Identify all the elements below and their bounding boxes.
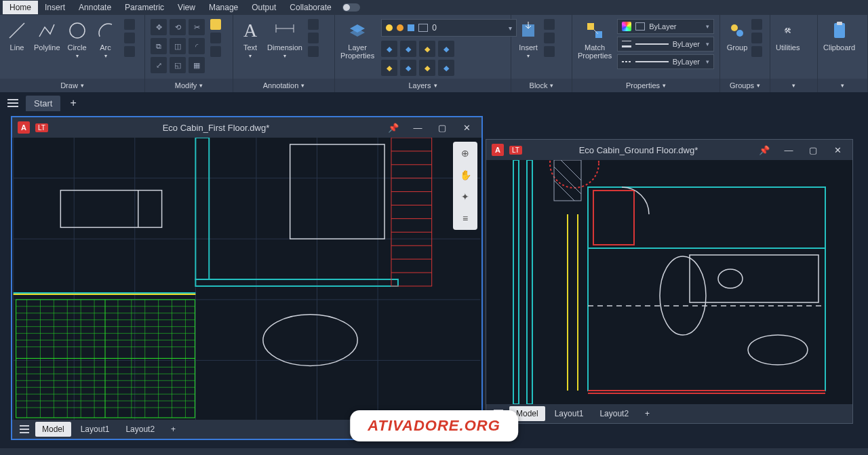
zoom-extents-icon[interactable]: ⊕	[456, 144, 474, 162]
layer-tool-8[interactable]: ◆	[438, 60, 454, 76]
layer-tool-4[interactable]: ◆	[438, 41, 454, 57]
svg-rect-72	[588, 187, 825, 391]
modify-rotate-icon[interactable]: ⟲	[170, 19, 186, 35]
window2-titlebar[interactable]: A LT Eco Cabin_Ground Floor.dwg* 📌 — ▢ ✕	[486, 140, 852, 160]
layer-tool-1[interactable]: ◆	[381, 41, 397, 57]
orbit-icon[interactable]: ✦	[456, 188, 474, 205]
layer-tool-3[interactable]: ◆	[419, 41, 435, 57]
svg-point-10	[736, 30, 743, 37]
panel-caption-draw[interactable]: Draw▾	[0, 79, 144, 92]
layer-tool-5[interactable]: ◆	[381, 60, 397, 76]
minimize-button[interactable]: —	[779, 145, 798, 155]
tool-line[interactable]: Line	[5, 19, 28, 52]
menu-parametric[interactable]: Parametric	[118, 1, 171, 14]
layout-1[interactable]: Layout1	[74, 422, 117, 437]
tool-text[interactable]: A Text▾	[239, 19, 262, 59]
modify-extra-2[interactable]	[210, 33, 221, 43]
groups-small-3[interactable]	[751, 46, 762, 57]
modify-extra-1[interactable]	[210, 19, 221, 30]
panel-caption-groups[interactable]: Groups▾	[720, 79, 770, 92]
tool-dimension[interactable]: Dimension▾	[267, 19, 302, 59]
panel-caption-clipboard[interactable]: ▾	[818, 79, 867, 92]
layer-tool-2[interactable]: ◆	[400, 41, 416, 57]
layout-menu-icon[interactable]	[16, 425, 33, 433]
clipboard-icon[interactable]	[828, 19, 851, 42]
layout-2[interactable]: Layout2	[593, 406, 635, 421]
modify-scale-icon[interactable]: ◱	[170, 57, 186, 73]
panel-caption-utilities[interactable]: ▾	[770, 79, 817, 92]
workspace: A LT Eco Cabin_First Floor.dwg* 📌 — ▢ ✕	[0, 113, 868, 448]
tab-start[interactable]: Start	[26, 96, 60, 111]
panel-caption-annotation[interactable]: Annotation▾	[233, 79, 334, 92]
tool-match-properties[interactable]: MatchProperties	[578, 19, 612, 60]
tool-arc[interactable]: Arc▾	[94, 19, 117, 59]
anno-small-2[interactable]	[308, 33, 319, 43]
close-button[interactable]: ✕	[828, 145, 847, 155]
utilities-icon[interactable]: 🛠	[776, 19, 800, 42]
minimize-button[interactable]: —	[408, 123, 427, 133]
nav-more-icon[interactable]: ≡	[456, 210, 474, 227]
menu-manage[interactable]: Manage	[202, 1, 245, 14]
groups-small-2[interactable]	[751, 33, 762, 43]
modify-move-icon[interactable]: ✥	[151, 19, 167, 35]
panel-caption-block[interactable]: Block▾	[511, 79, 572, 92]
panel-caption-properties[interactable]: Properties▾	[572, 79, 719, 92]
modify-copy-icon[interactable]: ⧉	[151, 38, 167, 54]
block-small-2[interactable]	[544, 33, 555, 43]
pin-icon[interactable]: 📌	[384, 123, 403, 133]
menu-insert[interactable]: Insert	[38, 1, 72, 14]
drawer-menu-icon[interactable]	[4, 96, 22, 111]
layout-add-button[interactable]: +	[164, 422, 182, 437]
menu-annotate[interactable]: Annotate	[72, 1, 118, 14]
layout-add-button[interactable]: +	[638, 406, 656, 421]
window2-canvas[interactable]	[486, 160, 852, 404]
layer-current-dropdown[interactable]: 0	[381, 19, 517, 37]
window2-title: Eco Cabin_Ground Floor.dwg*	[528, 145, 749, 155]
menu-view[interactable]: View	[171, 1, 202, 14]
draw-small-3[interactable]	[124, 46, 135, 57]
new-tab-button[interactable]: +	[64, 97, 81, 109]
modify-fillet-icon[interactable]: ◜	[189, 38, 205, 54]
menu-home[interactable]: Home	[3, 1, 38, 14]
menu-toggle[interactable]	[342, 3, 360, 12]
property-linetype-dropdown[interactable]: ByLayer	[617, 54, 714, 69]
close-button[interactable]: ✕	[457, 123, 476, 133]
groups-small-1[interactable]	[751, 19, 762, 30]
panel-groups: Group Groups▾	[720, 15, 770, 92]
anno-small-1[interactable]	[308, 19, 319, 30]
modify-extra-3[interactable]	[210, 46, 221, 57]
anno-small-3[interactable]	[308, 46, 319, 57]
menu-collaborate[interactable]: Collaborate	[283, 1, 338, 14]
modify-mirror-icon[interactable]: ◫	[170, 38, 186, 54]
tool-circle[interactable]: Circle▾	[66, 19, 89, 59]
draw-small-2[interactable]	[124, 33, 135, 43]
layout-model[interactable]: Model	[35, 422, 71, 437]
menu-output[interactable]: Output	[245, 1, 283, 14]
panel-caption-modify[interactable]: Modify▾	[145, 79, 233, 92]
maximize-button[interactable]: ▢	[433, 123, 452, 133]
tool-layer-properties[interactable]: LayerProperties	[340, 19, 374, 60]
block-small-1[interactable]	[544, 19, 555, 30]
layer-tool-7[interactable]: ◆	[419, 60, 435, 76]
window1-titlebar[interactable]: A LT Eco Cabin_First Floor.dwg* 📌 — ▢ ✕	[12, 117, 481, 138]
panel-caption-layers[interactable]: Layers▾	[335, 79, 511, 92]
svg-rect-27	[391, 138, 432, 286]
modify-trim-icon[interactable]: ✂	[189, 19, 205, 35]
modify-stretch-icon[interactable]: ⤢	[151, 57, 167, 73]
property-color-dropdown[interactable]: ByLayer	[617, 19, 714, 34]
layer-tool-6[interactable]: ◆	[400, 60, 416, 76]
window1-canvas[interactable]: ⊕ ✋ ✦ ≡	[12, 138, 481, 420]
tool-polyline[interactable]: Polyline	[34, 19, 60, 52]
tool-insert-block[interactable]: Insert▾	[517, 19, 540, 59]
tool-group[interactable]: Group	[726, 19, 749, 52]
property-lineweight-dropdown[interactable]: ByLayer	[617, 37, 714, 52]
modify-array-icon[interactable]: ▦	[189, 57, 205, 73]
color-swatch	[635, 22, 645, 31]
pan-icon[interactable]: ✋	[456, 166, 474, 184]
layout-2[interactable]: Layout2	[119, 422, 161, 437]
pin-icon[interactable]: 📌	[755, 145, 774, 155]
block-small-3[interactable]	[544, 46, 555, 57]
maximize-button[interactable]: ▢	[804, 145, 823, 155]
layout-1[interactable]: Layout1	[548, 406, 591, 421]
draw-small-1[interactable]	[124, 19, 135, 30]
